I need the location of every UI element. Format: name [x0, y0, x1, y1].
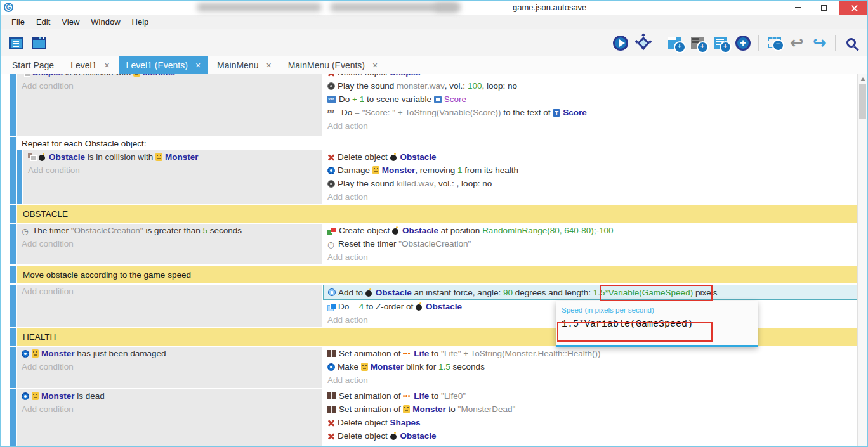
action-row[interactable]: Do = "Score: " + ToString(Variable(Score…: [323, 106, 857, 119]
menu-file[interactable]: File: [6, 15, 30, 29]
expression-input[interactable]: 1.5*Variable(GameSpeed): [562, 319, 758, 330]
add-comment-icon: [714, 37, 727, 49]
action-row[interactable]: Play the sound killed.wav, vol.: , loop:…: [323, 177, 857, 190]
collision-icon: [28, 153, 36, 160]
menu-help[interactable]: Help: [126, 15, 155, 29]
scene-variable-icon: [434, 96, 442, 103]
tab-level1[interactable]: Level1×: [63, 56, 117, 74]
add-comment-button[interactable]: [709, 31, 732, 55]
close-icon[interactable]: ×: [104, 60, 109, 70]
action-row[interactable]: Delete object Shapes: [323, 74, 857, 79]
action-row[interactable]: Make Monster blink for 1.5 seconds: [323, 360, 857, 373]
bomb-icon: [365, 288, 373, 297]
action-row[interactable]: Reset the timer "ObstacleCreation": [323, 237, 857, 250]
action-row[interactable]: Delete object Shapes: [323, 416, 857, 429]
close-button[interactable]: [839, 1, 868, 15]
debug-button[interactable]: [632, 31, 655, 55]
add-condition-button[interactable]: Add condition: [23, 164, 322, 177]
actions-panel: Set animation of Life to "Life0"Set anim…: [323, 389, 857, 446]
titlebar: game.json.autosave: [1, 1, 867, 15]
condition-row[interactable]: The timer "ObstacleCreation" is greater …: [17, 224, 322, 237]
event-highlight-bar[interactable]: [17, 150, 22, 204]
comment-text[interactable]: OBSTACLE: [17, 205, 857, 223]
add-condition-button[interactable]: Add condition: [17, 79, 322, 93]
event-highlight-bar[interactable]: [10, 389, 16, 446]
action-row[interactable]: Set animation of Life to "Life" + ToStri…: [323, 347, 857, 360]
condition-row[interactable]: Monster is dead: [17, 389, 322, 403]
event-highlight-bar[interactable]: [10, 224, 16, 264]
conditions-panel: Obstacle is in collision with MonsterAdd…: [23, 150, 322, 204]
add-instruction-button[interactable]: [732, 31, 754, 55]
action-row[interactable]: Set animation of Life to "Life0": [323, 389, 857, 403]
add-condition-button[interactable]: Add condition: [17, 403, 322, 416]
action-row[interactable]: Delete object Obstacle: [323, 429, 857, 443]
sound-icon: [327, 180, 335, 188]
close-icon[interactable]: ×: [372, 60, 378, 70]
event-highlight-bar[interactable]: [10, 347, 16, 388]
action-row[interactable]: Delete object Obstacle: [323, 150, 857, 164]
add-action-button[interactable]: Add action: [323, 373, 857, 387]
minimize-button[interactable]: [787, 1, 809, 15]
event-highlight-bar[interactable]: [10, 285, 16, 327]
add-condition-button[interactable]: Add condition: [17, 237, 322, 250]
search-button[interactable]: [839, 31, 862, 55]
add-action-button[interactable]: Add action: [323, 119, 857, 133]
window-title: game.json.autosave: [513, 3, 586, 12]
instruction-text: is in collision with: [63, 74, 133, 77]
instruction-text: "MonsterDead": [458, 405, 516, 414]
action-row[interactable]: Set animation of Monster to "MonsterDead…: [323, 403, 857, 416]
bomb-icon: [39, 153, 46, 161]
event-highlight-bar[interactable]: [10, 205, 16, 223]
tab-mainmenu-events[interactable]: MainMenu (Events)×: [280, 56, 386, 74]
tab-level1-events[interactable]: Level1 (Events)×: [119, 56, 208, 74]
add-action-button[interactable]: Add action: [323, 250, 857, 264]
remove-selection-button[interactable]: [763, 31, 786, 55]
scroll-up-icon[interactable]: [860, 77, 865, 81]
event-highlight-bar[interactable]: [10, 74, 16, 136]
add-event-button[interactable]: [663, 31, 686, 55]
menu-edit[interactable]: Edit: [30, 15, 56, 29]
scene-editor-button[interactable]: [27, 31, 50, 55]
instruction-text: Life: [414, 349, 429, 358]
add-action-button[interactable]: Add action: [323, 190, 857, 204]
close-icon[interactable]: ×: [195, 60, 201, 70]
condition-row[interactable]: Shapes is in collision with Monster: [17, 74, 322, 79]
action-row[interactable]: Add to Obstacle an instant force, angle:…: [323, 285, 857, 300]
instruction-text: is greater than: [143, 226, 203, 235]
redo-button[interactable]: [808, 31, 831, 55]
undo-button[interactable]: [786, 31, 808, 55]
action-row[interactable]: Play the sound monster.wav, vol.: 100, l…: [323, 79, 857, 93]
tab-start-page[interactable]: Start Page: [4, 56, 62, 74]
event-highlight-bar[interactable]: [10, 328, 16, 346]
instruction-text: pixels: [693, 288, 717, 297]
comment-text[interactable]: Move obstacle according to the game spee…: [17, 266, 857, 283]
damage-icon: [327, 167, 335, 174]
project-manager-button[interactable]: [4, 31, 27, 55]
action-row[interactable]: Do + 1 to scene variable Score: [323, 93, 857, 106]
condition-row[interactable]: Obstacle is in collision with Monster: [23, 150, 322, 164]
vertical-scrollbar[interactable]: [857, 74, 867, 446]
add-condition-button[interactable]: Add condition: [17, 285, 322, 298]
action-row[interactable]: Damage Monster, removing 1 from its heal…: [323, 164, 857, 177]
repeat-event-header[interactable]: Repeat for each Obstacle object:: [17, 137, 857, 150]
instruction-text: Create object: [339, 226, 392, 235]
event-highlight-bar[interactable]: [10, 137, 16, 204]
scroll-thumb[interactable]: [859, 84, 866, 119]
minimize-icon: [795, 7, 801, 8]
menu-window[interactable]: Window: [85, 15, 126, 29]
add-sub-event-button[interactable]: [686, 31, 709, 55]
event: Repeat for each Obstacle object:Obstacle…: [10, 137, 857, 204]
tab-mainmenu[interactable]: MainMenu×: [209, 56, 279, 74]
event-highlight-bar[interactable]: [10, 266, 16, 283]
toolbar-left-group: [4, 29, 50, 56]
run-button[interactable]: [609, 31, 632, 55]
close-icon[interactable]: ×: [266, 60, 271, 70]
instruction-text: Score: [444, 94, 466, 104]
condition-row[interactable]: Monster has just been damaged: [17, 347, 322, 360]
menu-view[interactable]: View: [56, 15, 85, 29]
instruction-text: =: [352, 302, 359, 311]
action-row[interactable]: Create object Obstacle at position Rando…: [323, 224, 857, 237]
restore-button[interactable]: [813, 1, 834, 15]
event: The timer "ObstacleCreation" is greater …: [10, 224, 857, 264]
add-condition-button[interactable]: Add condition: [17, 360, 322, 373]
